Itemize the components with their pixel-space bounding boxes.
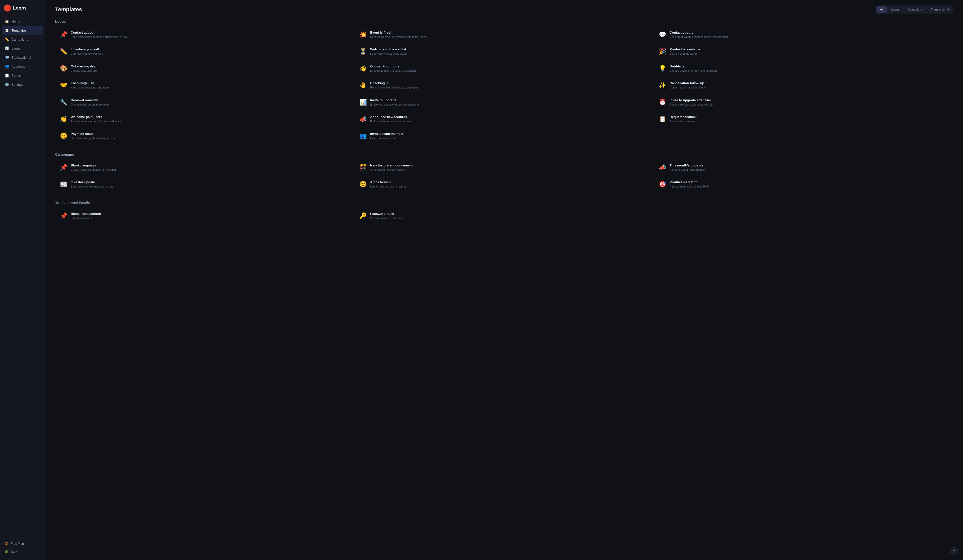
template-desc-onboarding-nudge: Encourage users to take a first action [370, 69, 416, 73]
template-emoji-password-reset: 🔑 [359, 212, 367, 219]
filter-tab-transactional[interactable]: Transactional [927, 6, 952, 13]
template-info-double-tap: Double tap Engage users after they take … [670, 65, 717, 73]
template-info-request-feedback: Request feedback Share a short survey [670, 115, 697, 123]
template-card-request-feedback[interactable]: 📋 Request feedback Share a short survey [654, 111, 953, 127]
template-card-contact-added[interactable]: 📌 Contact added Send email when someone … [55, 27, 354, 43]
filter-tabs: AllLoopsCampaignsTransactional [876, 5, 953, 13]
template-card-renewal-reminder[interactable]: 🔧 Renewal reminder Give a heads up about… [55, 94, 354, 110]
template-card-contact-update[interactable]: 💬 Contact update Send email when a conta… [654, 27, 953, 43]
sidebar-item-templates[interactable]: 📋 Templates [2, 26, 43, 35]
template-info-blank-campaign: Blank campaign Create a new campaign fro… [71, 163, 116, 172]
template-card-onboarding-drip[interactable]: 🎨 Onboarding drip Engage new sign ups [55, 60, 354, 77]
template-card-announce-new-features[interactable]: 📣 Announce new features Build excitement… [355, 111, 653, 127]
template-emoji-invite-upgrade-trial: ⏰ [658, 99, 666, 106]
template-card-new-feature-announcement[interactable]: 🎊 New feature announcement Announce a ne… [355, 159, 653, 176]
template-emoji-renewal-reminder: 🔧 [60, 99, 68, 106]
sidebar-item-home[interactable]: 🏠 Home [2, 17, 43, 26]
template-info-onboarding-nudge: Onboarding nudge Encourage users to take… [370, 65, 416, 73]
template-emoji-event-is-fired: 💥 [359, 31, 367, 38]
template-info-product-market-fit: Product market fit A tested method for f… [670, 180, 709, 188]
template-info-announce-new-features: Announce new features Build excitement a… [370, 115, 412, 123]
section-title-transactional-section: Transactional Emails [55, 201, 953, 205]
template-desc-double-tap: Engage users after they take an action [670, 69, 717, 73]
template-card-welcome-paid-users[interactable]: 👏 Welcome paid users Positive reinforcem… [55, 111, 354, 127]
template-emoji-cancellation-follow-up: ✨ [658, 82, 666, 89]
sidebar-navigation: 🏠 Home 📋 Templates ✏️ Campaigns 🔄 Loops … [0, 16, 45, 537]
template-name-onboarding-drip: Onboarding drip [71, 65, 97, 68]
template-desc-onboarding-drip: Engage new sign ups [71, 69, 97, 73]
template-info-invite-team-member: Invite a team member Give a warm welcome [370, 132, 404, 140]
template-emoji-new-feature-announcement: 🎊 [359, 164, 367, 171]
sidebar-label-audience: Audience [11, 65, 25, 68]
template-name-onboarding-nudge: Onboarding nudge [370, 65, 416, 68]
free-plan-icon: 🔆 [5, 542, 8, 545]
template-card-investor-update[interactable]: 📰 Investor update Send your monthly inve… [55, 176, 354, 193]
template-card-introduce-yourself[interactable]: ✏️ Introduce yourself Connect with new s… [55, 44, 354, 60]
template-card-invite-team-member[interactable]: 👥 Invite a team member Give a warm welco… [355, 128, 653, 144]
filter-tab-loops[interactable]: Loops [888, 6, 903, 13]
template-name-checking-in: Checking in [370, 81, 418, 85]
section-title-campaigns-section: Campaigns [55, 152, 953, 156]
sidebar-item-loops[interactable]: 🔄 Loops [2, 44, 43, 53]
template-name-introduce-yourself: Introduce yourself [71, 47, 103, 51]
template-desc-event-is-fired: Send email when an event is sent to the … [370, 35, 430, 39]
template-card-cancellation-follow-up[interactable]: ✨ Cancellation follow up Confirm and sha… [654, 77, 953, 94]
footer-item-free-plan[interactable]: 🔆 Free Plan [2, 540, 43, 547]
sidebar-item-campaigns[interactable]: ✏️ Campaigns [2, 35, 43, 44]
template-name-welcome-paid-users: Welcome paid users [71, 115, 122, 119]
template-card-product-market-fit[interactable]: 🎯 Product market fit A tested method for… [654, 176, 953, 193]
forms-icon: 📄 [5, 73, 9, 78]
template-grid-campaigns-section: 📌 Blank campaign Create a new campaign f… [55, 159, 953, 193]
template-name-product-available: Product is available [670, 47, 700, 51]
template-name-invite-upgrade-trial: Invite to upgrade after trial [670, 98, 714, 102]
template-card-double-tap[interactable]: 💡 Double tap Engage users after they tak… [654, 60, 953, 77]
template-emoji-double-tap: 💡 [658, 65, 666, 72]
template-card-password-reset[interactable]: 🔑 Password reset Send password reset ema… [355, 208, 653, 224]
sidebar-item-forms[interactable]: 📄 Forms [2, 71, 43, 80]
template-desc-product-available: Share it with the world [670, 52, 700, 56]
template-desc-this-months-updates: Announce your latest update [670, 168, 705, 172]
sidebar-label-templates: Templates [11, 29, 26, 32]
template-card-encourage-use[interactable]: 🤝 Encourage use Keep users engaged long-… [55, 77, 354, 94]
template-emoji-welcome-waitlist: ⏳ [359, 48, 367, 55]
sidebar-item-settings[interactable]: ⚙️ Settings [2, 80, 43, 89]
template-card-welcome-waitlist[interactable]: ⏳ Welcome to the waitlist Keep your wait… [355, 44, 653, 60]
sidebar-item-transactional[interactable]: 📨 Transactional [2, 53, 43, 62]
template-card-invite-upgrade-trial[interactable]: ⏰ Invite to upgrade after trial Entice f… [654, 94, 953, 110]
template-desc-contact-update: Send email when a contact property is ch… [670, 35, 728, 39]
template-grid-loops-section: 📌 Contact added Send email when someone … [55, 27, 953, 144]
template-card-invite-to-upgrade[interactable]: 📊 Invite to upgrade Entice and educate a… [355, 94, 653, 110]
template-emoji-welcome-paid-users: 👏 [60, 116, 68, 123]
template-card-onboarding-nudge[interactable]: 👋 Onboarding nudge Encourage users to ta… [355, 60, 653, 77]
dark-mode-icon: ✳️ [5, 550, 8, 554]
sidebar-item-audience[interactable]: 👥 Audience [2, 62, 43, 71]
template-card-this-months-updates[interactable]: 📣 This month's updates Announce your lat… [654, 159, 953, 176]
template-card-payment-issue[interactable]: 😟 Payment issue Give a heads up about bi… [55, 128, 354, 144]
help-button[interactable]: ? [950, 547, 958, 555]
template-emoji-request-feedback: 📋 [658, 116, 666, 123]
template-card-blank-transactional[interactable]: 📌 Blank transactional Start from scratch [55, 208, 354, 224]
page-title: Templates [55, 6, 82, 13]
template-card-alpha-launch[interactable]: 😊 Alpha launch Launch your product in al… [355, 176, 653, 193]
page-header: Templates AllLoopsCampaignsTransactional [45, 0, 963, 18]
template-info-invite-upgrade-trial: Invite to upgrade after trial Entice fre… [670, 98, 714, 107]
template-emoji-announce-new-features: 📣 [359, 116, 367, 123]
template-card-checking-in[interactable]: 🤚 Checking in Remind inactive users how … [355, 77, 653, 94]
template-name-announce-new-features: Announce new features [370, 115, 412, 119]
template-card-product-available[interactable]: 🎉 Product is available Share it with the… [654, 44, 953, 60]
sidebar-footer: 🔆 Free Plan ✳️ Dark [0, 537, 45, 560]
template-emoji-blank-transactional: 📌 [60, 212, 68, 219]
footer-item-dark-mode[interactable]: ✳️ Dark [2, 548, 43, 555]
filter-tab-all[interactable]: All [877, 6, 887, 13]
template-name-contact-update: Contact update [670, 31, 728, 34]
sidebar-label-settings: Settings [11, 83, 23, 86]
template-name-double-tap: Double tap [670, 65, 717, 68]
template-card-blank-campaign[interactable]: 📌 Blank campaign Create a new campaign f… [55, 159, 354, 176]
template-emoji-investor-update: 📰 [60, 181, 68, 188]
filter-tab-campaigns[interactable]: Campaigns [904, 6, 926, 13]
template-info-product-available: Product is available Share it with the w… [670, 47, 700, 56]
template-emoji-encourage-use: 🤝 [60, 82, 68, 89]
template-info-event-is-fired: Event is fired Send email when an event … [370, 31, 430, 39]
template-card-event-is-fired[interactable]: 💥 Event is fired Send email when an even… [355, 27, 653, 43]
logo-text: Loops [13, 5, 27, 11]
